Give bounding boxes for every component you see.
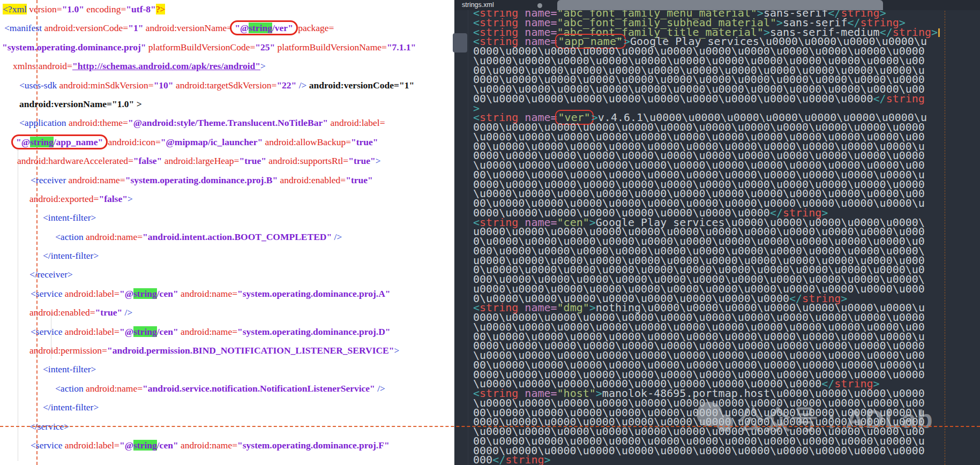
- code-line[interactable]: android:hardwareAccelerated="false" andr…: [0, 152, 454, 170]
- manifest-xml-pane[interactable]: <?xml version="1.0" encoding="utf-8"?><m…: [0, 0, 454, 465]
- code-line[interactable]: <service android:label="@string/cen" and…: [0, 436, 454, 455]
- strings-xml-pane[interactable]: <string name="abc_font_family_menu_mater…: [454, 0, 980, 465]
- inactive-tab[interactable]: [557, 0, 883, 10]
- code-line[interactable]: <action android:name="android.intent.act…: [0, 228, 454, 246]
- code-line[interactable]: <uses-sdk android:minSdkVersion="10" and…: [0, 76, 454, 95]
- code-line[interactable]: <?xml version="1.0" encoding="utf-8"?>: [0, 0, 454, 19]
- code-line[interactable]: <application android:theme="@android:sty…: [0, 114, 454, 132]
- code-line[interactable]: android:permission="android.permission.B…: [0, 341, 454, 360]
- code-line[interactable]: <service android:label="@string/cen" and…: [0, 284, 454, 303]
- code-line[interactable]: 00\u0000\u0000\u0000\u0000\u0000\u0000\u…: [473, 94, 940, 104]
- strings-code: <string name="abc_font_family_menu_mater…: [473, 9, 940, 465]
- watermark-text: 公众号：ADLab: [738, 402, 934, 437]
- code-line[interactable]: android:exported="false">: [0, 190, 454, 208]
- column-ruler: [945, 0, 945, 465]
- code-line[interactable]: <service android:label="@string/cen" and…: [0, 322, 454, 341]
- watermark: 公众号：ADLab: [697, 401, 934, 438]
- code-line[interactable]: xmlns:android="http://schemas.android.co…: [0, 57, 454, 76]
- modified-dot-icon: [537, 3, 542, 8]
- manifest-code: <?xml version="1.0" encoding="utf-8"?><m…: [0, 0, 454, 455]
- code-line[interactable]: </receiver>: [0, 265, 454, 284]
- red-circle-annotation: "@string/ver": [230, 20, 298, 35]
- code-line[interactable]: android:versionName="1.0" >: [0, 95, 454, 114]
- annotation-horizontal-dashed-line: [0, 426, 980, 427]
- code-line[interactable]: android:enabled="true" />: [0, 303, 454, 322]
- code-line[interactable]: <receiver android:name="system.operating…: [0, 171, 454, 190]
- editor-tab-bar: strings.xml: [454, 0, 980, 10]
- wechat-icon: [697, 401, 738, 438]
- code-line[interactable]: </intent-filter>: [0, 246, 454, 265]
- indent-guide: [468, 10, 468, 465]
- code-line[interactable]: "@string/app_name" android:icon="@mipmap…: [0, 133, 454, 152]
- code-line[interactable]: <action android:name="android.service.no…: [0, 379, 454, 398]
- code-line[interactable]: </intent-filter>: [0, 398, 454, 417]
- red-circle-annotation: "@string/app_name": [11, 134, 108, 149]
- code-line[interactable]: <manifest android:versionCode="1" androi…: [0, 19, 454, 38]
- code-line[interactable]: 000</string>: [473, 455, 940, 465]
- text-cursor: [938, 28, 940, 37]
- code-line[interactable]: <intent-filter>: [0, 360, 454, 379]
- tab-strings-xml[interactable]: strings.xml: [462, 1, 494, 9]
- code-line[interactable]: <intent-filter>: [0, 208, 454, 227]
- scrollbar-thumb[interactable]: [453, 33, 467, 52]
- split-view: <?xml version="1.0" encoding="utf-8"?><m…: [0, 0, 980, 465]
- code-line[interactable]: "system.operating.dominance.proj" platfo…: [0, 38, 454, 57]
